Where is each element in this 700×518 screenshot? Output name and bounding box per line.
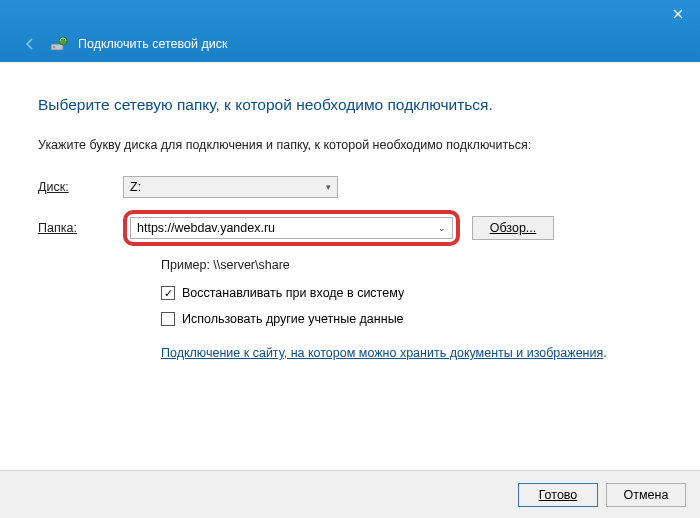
- reconnect-label: Восстанавливать при входе в систему: [182, 286, 404, 300]
- drive-row: Диск: Z: ▾: [38, 176, 662, 198]
- close-button[interactable]: [656, 0, 700, 28]
- reconnect-checkbox-row[interactable]: ✓ Восстанавливать при входе в систему: [161, 286, 662, 300]
- instruction-text: Укажите букву диска для подключения и па…: [38, 138, 662, 152]
- cancel-button[interactable]: Отмена: [606, 483, 686, 507]
- folder-row: Папка: https://webdav.yandex.ru ⌄ Обзор.…: [38, 210, 662, 246]
- chevron-down-icon: ▾: [326, 182, 331, 192]
- finish-label: Готово: [539, 488, 578, 502]
- credentials-checkbox[interactable]: [161, 312, 175, 326]
- browse-button[interactable]: Обзор...: [472, 216, 554, 240]
- page-heading: Выберите сетевую папку, к которой необхо…: [38, 96, 662, 114]
- cancel-label: Отмена: [624, 488, 669, 502]
- credentials-label: Использовать другие учетные данные: [182, 312, 404, 326]
- reconnect-checkbox[interactable]: ✓: [161, 286, 175, 300]
- example-text: Пример: \\server\share: [161, 258, 662, 272]
- drive-label: Диск:: [38, 180, 123, 194]
- back-arrow-icon: [20, 34, 40, 54]
- drive-value: Z:: [130, 180, 141, 194]
- chevron-down-icon[interactable]: ⌄: [438, 223, 446, 233]
- folder-value: https://webdav.yandex.ru: [137, 221, 275, 235]
- finish-button[interactable]: Готово: [518, 483, 598, 507]
- svg-point-1: [53, 46, 55, 48]
- title-row: Подключить сетевой диск: [20, 34, 227, 54]
- content-area: Выберите сетевую папку, к которой необхо…: [0, 62, 700, 470]
- folder-label: Папка:: [38, 221, 123, 235]
- network-drive-icon: [50, 35, 68, 53]
- credentials-checkbox-row[interactable]: Использовать другие учетные данные: [161, 312, 662, 326]
- folder-combobox[interactable]: https://webdav.yandex.ru ⌄: [130, 217, 453, 239]
- options-section: Пример: \\server\share ✓ Восстанавливать…: [161, 258, 662, 361]
- highlight-outline: https://webdav.yandex.ru ⌄: [123, 210, 460, 246]
- footer: Готово Отмена: [0, 470, 700, 518]
- window-title: Подключить сетевой диск: [78, 37, 227, 51]
- browse-label: Обзор...: [490, 221, 537, 235]
- drive-select[interactable]: Z: ▾: [123, 176, 338, 198]
- storage-site-link[interactable]: Подключение к сайту, на котором можно хр…: [161, 346, 603, 360]
